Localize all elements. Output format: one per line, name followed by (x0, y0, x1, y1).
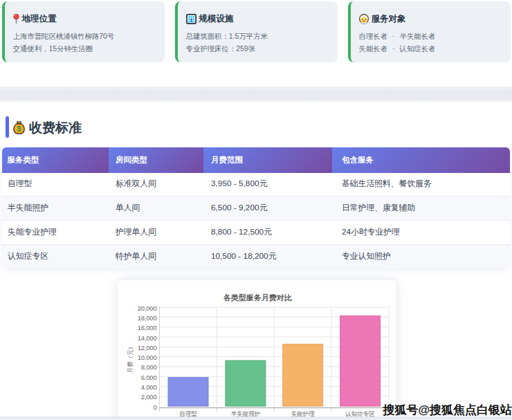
svg-text:4,000: 4,000 (141, 383, 157, 391)
svg-text:18,000: 18,000 (138, 314, 157, 322)
svg-text:10,000: 10,000 (138, 354, 157, 361)
svg-text:月费（元）: 月费（元） (127, 344, 134, 374)
svg-text:0: 0 (153, 403, 156, 411)
svg-text:$: $ (17, 125, 21, 133)
svg-text:6,000: 6,000 (141, 374, 157, 381)
svg-text:各类型服务月费对比: 各类型服务月费对比 (223, 293, 292, 302)
svg-text:20,000: 20,000 (138, 304, 157, 312)
svg-text:8,000: 8,000 (141, 363, 157, 371)
svg-text:14,000: 14,000 (138, 334, 157, 342)
svg-text:2,000: 2,000 (141, 393, 157, 401)
svg-text:16,000: 16,000 (138, 324, 157, 331)
svg-text:12,000: 12,000 (138, 344, 157, 351)
